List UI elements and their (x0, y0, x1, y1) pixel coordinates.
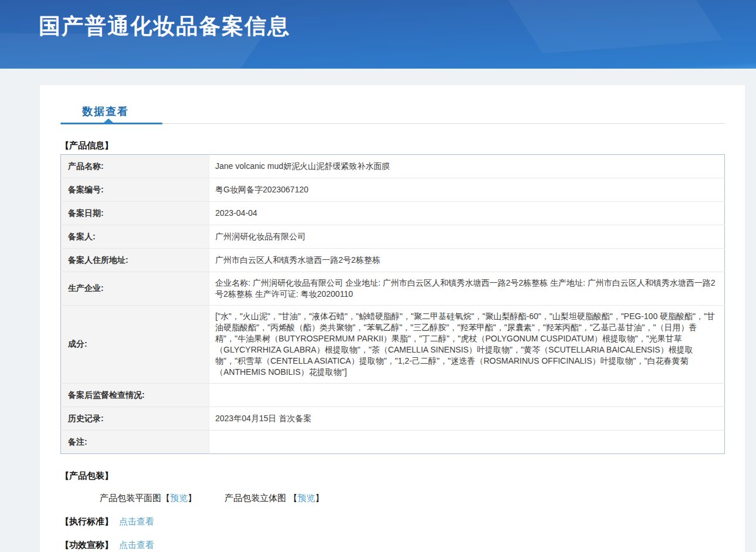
packaging-stereo-preview-link[interactable]: 预览 (297, 493, 315, 503)
ingredients-row: 成分: ["水"，"火山泥"，"甘油"，"液体石蜡"，"鲸蜡硬脂醇"，"聚二甲基… (61, 306, 725, 384)
field-label: 备案日期: (61, 202, 209, 225)
product-info-table: 产品名称: Jane volcanic mud妍泥火山泥舒缓紧致补水面膜 备案编… (60, 154, 725, 454)
post-filing-supervision-row: 备案后监督检查情况: (61, 384, 725, 407)
packaging-flat-label: 产品包装平面图 (100, 493, 161, 503)
section-heading-execution-standard: 【执行标准】 (60, 516, 113, 526)
field-label: 备注: (61, 431, 209, 454)
field-value (209, 431, 725, 454)
field-value: 2023-04-04 (209, 202, 725, 225)
content-card: 数据查看 【产品信息】 产品名称: Jane volcanic mud妍泥火山泥… (40, 85, 745, 552)
field-label: 备案编号: (61, 178, 209, 202)
packaging-stereo-label: 产品包装立体图 (225, 493, 286, 503)
filing-date-row: 备案日期: 2023-04-04 (61, 202, 725, 225)
field-label: 备案人住所地址: (61, 249, 209, 272)
bracket-open: 【 (289, 493, 297, 503)
packaging-links-line: 产品包装平面图【预览】产品包装立体图 【预览】 (100, 493, 725, 504)
remarks-row: 备注: (61, 431, 725, 454)
field-value: 粤G妆网备字2023067120 (209, 178, 725, 202)
bracket-close: 】 (315, 493, 324, 503)
section-heading-packaging: 【产品包装】 (60, 470, 725, 482)
field-value: 广州润研化妆品有限公司 (209, 225, 725, 249)
manufacturer-row: 生产企业: 企业名称: 广州润研化妆品有限公司 企业地址: 广州市白云区人和镇秀… (61, 272, 725, 306)
field-value: Jane volcanic mud妍泥火山泥舒缓紧致补水面膜 (209, 155, 725, 178)
bracket-close: 】 (188, 493, 196, 503)
field-label: 历史记录: (61, 407, 209, 431)
bracket-open: 【 (161, 493, 170, 503)
efficacy-claim-line: 【功效宣称】点击查看 (60, 540, 725, 551)
page-header-banner: 国产普通化妆品备案信息 (0, 0, 756, 69)
field-label: 生产企业: (61, 272, 209, 306)
filer-address-row: 备案人住所地址: 广州市白云区人和镇秀水塘西一路2号2栋整栋 (61, 249, 725, 272)
product-name-row: 产品名称: Jane volcanic mud妍泥火山泥舒缓紧致补水面膜 (61, 155, 725, 178)
field-label: 产品名称: (61, 155, 209, 178)
field-value: 2023年04月15日 首次备案 (209, 407, 725, 431)
section-heading-product-info: 【产品信息】 (60, 140, 725, 151)
field-value: 企业名称: 广州润研化妆品有限公司 企业地址: 广州市白云区人和镇秀水塘西一路2… (209, 272, 725, 306)
field-value: 广州市白云区人和镇秀水塘西一路2号2栋整栋 (209, 249, 725, 272)
execution-standard-line: 【执行标准】点击查看 (60, 516, 725, 527)
tab-bar: 数据查看 (60, 104, 725, 124)
execution-standard-view-link[interactable]: 点击查看 (119, 516, 154, 526)
page-title: 国产普通化妆品备案信息 (39, 12, 290, 41)
filer-row: 备案人: 广州润研化妆品有限公司 (61, 225, 725, 249)
section-heading-efficacy-claim: 【功效宣称】 (60, 540, 113, 550)
history-record-row: 历史记录: 2023年04月15日 首次备案 (61, 407, 725, 431)
tab-active-underline (60, 123, 162, 124)
tab-active-caret-icon (104, 118, 113, 123)
banner-decoration (497, 0, 723, 53)
efficacy-claim-view-link[interactable]: 点击查看 (119, 540, 154, 550)
field-label: 成分: (61, 306, 209, 384)
field-value: ["水"，"火山泥"，"甘油"，"液体石蜡"，"鲸蜡硬脂醇"，"聚二甲基硅氧烷"… (209, 306, 725, 384)
filing-number-row: 备案编号: 粤G妆网备字2023067120 (61, 178, 725, 202)
field-value (209, 384, 725, 407)
packaging-flat-preview-link[interactable]: 预览 (170, 493, 188, 503)
tab-data-view[interactable]: 数据查看 (82, 104, 129, 118)
field-label: 备案后监督检查情况: (61, 384, 209, 407)
field-label: 备案人: (61, 225, 209, 249)
